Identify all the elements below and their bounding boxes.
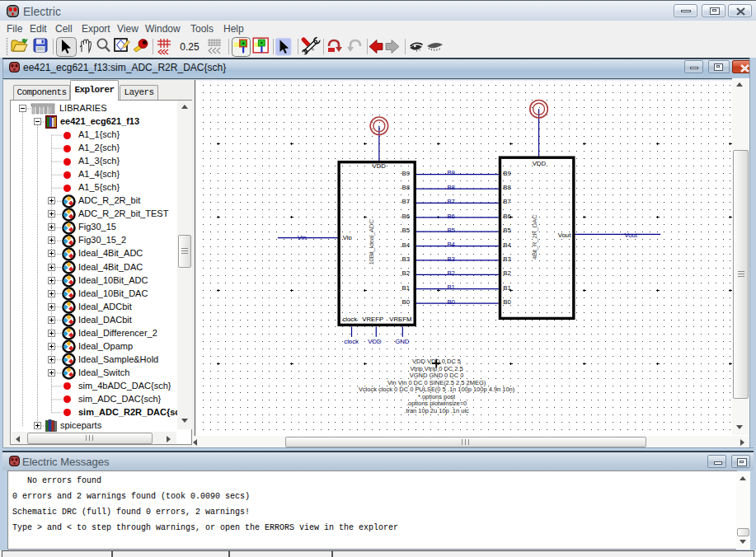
svg-text:B1: B1 bbox=[447, 283, 454, 291]
svg-text:B8: B8 bbox=[402, 184, 411, 191]
svg-text:B2: B2 bbox=[503, 269, 510, 277]
svg-text:B6: B6 bbox=[503, 213, 510, 220]
svg-text:clock: clock bbox=[344, 338, 359, 345]
svg-text:Vout: Vout bbox=[558, 232, 571, 239]
svg-text:B2: B2 bbox=[402, 269, 411, 277]
svg-text:B1: B1 bbox=[402, 284, 411, 292]
svg-text:.tran 10p 2u 10p .1n uic: .tran 10p 2u 10p .1n uic bbox=[404, 407, 469, 414]
svg-text:B9: B9 bbox=[447, 169, 454, 176]
svg-text:B7: B7 bbox=[402, 198, 411, 205]
svg-text:Vout: Vout bbox=[624, 232, 637, 239]
svg-text:clock: clock bbox=[342, 316, 357, 323]
svg-text:B0: B0 bbox=[447, 298, 455, 306]
svg-text:VDD: VDD bbox=[368, 338, 382, 345]
svg-text:B6: B6 bbox=[402, 213, 411, 220]
svg-text:Vin: Vin bbox=[343, 234, 352, 241]
svg-text:0.25: 0.25 bbox=[180, 41, 200, 53]
svg-text:B8: B8 bbox=[447, 184, 454, 191]
svg-text:B3: B3 bbox=[447, 255, 454, 263]
svg-text:B4: B4 bbox=[402, 241, 411, 249]
svg-text:4Bit_R_2R_DAC: 4Bit_R_2R_DAC bbox=[531, 214, 538, 260]
svg-text:B1: B1 bbox=[503, 284, 510, 292]
svg-text:VDD: VDD bbox=[533, 160, 547, 167]
svg-text:B9: B9 bbox=[402, 170, 411, 177]
svg-text:B6: B6 bbox=[447, 213, 454, 220]
svg-text:B0: B0 bbox=[503, 298, 511, 306]
svg-text:B3: B3 bbox=[503, 255, 510, 263]
svg-text:B9: B9 bbox=[503, 170, 510, 177]
svg-text:VREFM: VREFM bbox=[389, 316, 411, 323]
svg-text:GND: GND bbox=[395, 338, 410, 345]
svg-text:VDD: VDD bbox=[372, 162, 386, 170]
svg-text:B4: B4 bbox=[447, 241, 455, 248]
svg-text:B4: B4 bbox=[503, 241, 511, 249]
svg-text:10Bit_Ideal_ADC: 10Bit_Ideal_ADC bbox=[368, 219, 375, 265]
svg-text:B5: B5 bbox=[402, 227, 411, 234]
svg-text:B5: B5 bbox=[503, 227, 510, 234]
svg-text:B0: B0 bbox=[402, 298, 411, 306]
svg-text:B8: B8 bbox=[503, 184, 510, 191]
svg-text:VREFP: VREFP bbox=[362, 316, 383, 323]
svg-text:B3: B3 bbox=[402, 255, 411, 263]
svg-text:B5: B5 bbox=[447, 227, 454, 234]
svg-text:B7: B7 bbox=[503, 198, 510, 205]
svg-text:B7: B7 bbox=[447, 198, 454, 205]
svg-text:B2: B2 bbox=[447, 269, 454, 277]
svg-text:Vin: Vin bbox=[298, 234, 307, 241]
